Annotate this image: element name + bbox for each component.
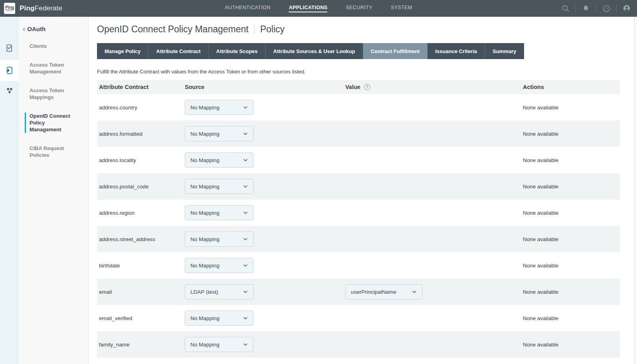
nav-item-authentication[interactable]: AUTHENTICATION xyxy=(225,5,270,12)
tab-manage-policy[interactable]: Manage Policy xyxy=(97,43,148,59)
help-icon[interactable]: ? xyxy=(601,4,611,13)
actions-text: None available xyxy=(521,342,620,348)
top-nav: Ping Identity PingFederate AUTHENTICATIO… xyxy=(0,0,637,17)
source-cell: No Mapping xyxy=(183,337,343,352)
chevron-down-icon xyxy=(243,157,248,163)
col-header-attribute-contract: Attribute Contract xyxy=(97,84,183,90)
value-select[interactable]: userPrincipalName xyxy=(345,284,422,299)
chevron-down-icon xyxy=(243,289,248,295)
page-description: Fulfill the Attribute Contract with valu… xyxy=(97,69,620,75)
user-icon[interactable] xyxy=(622,4,631,13)
table-body: address.countryNo MappingNone availablea… xyxy=(97,94,620,358)
source-select-label: No Mapping xyxy=(190,210,220,216)
chevron-down-icon xyxy=(243,315,248,321)
col-header-value: Value ? xyxy=(343,84,521,90)
source-select-label: No Mapping xyxy=(190,105,220,111)
search-icon[interactable] xyxy=(561,4,570,13)
bell-icon[interactable] xyxy=(581,4,591,13)
source-cell: No Mapping xyxy=(183,258,343,273)
source-cell: No Mapping xyxy=(183,205,343,220)
actions-text: None available xyxy=(521,210,620,216)
brand: Ping Identity PingFederate xyxy=(0,3,62,14)
source-select-label: No Mapping xyxy=(190,184,220,190)
attribute-name: email xyxy=(97,289,183,295)
actions-text: None available xyxy=(521,289,620,295)
tab-issuance-criteria[interactable]: Issuance Criteria xyxy=(427,43,485,59)
source-select-label: LDAP (test) xyxy=(190,289,218,295)
source-select[interactable]: No Mapping xyxy=(185,337,253,352)
table-header-row: Attribute Contract Source Value ? Action… xyxy=(97,80,620,94)
attribute-name: email_verified xyxy=(97,315,183,321)
ping-logo-text: Ping xyxy=(5,5,14,10)
source-cell: No Mapping xyxy=(183,152,343,168)
source-cell: No Mapping xyxy=(183,126,343,141)
source-select[interactable]: No Mapping xyxy=(185,231,253,247)
nav-item-system[interactable]: SYSTEM xyxy=(391,5,412,12)
tab-summary[interactable]: Summary xyxy=(485,43,524,59)
chevron-down-icon xyxy=(243,210,248,216)
sidebar-item-access-token-management[interactable]: Access Token Management xyxy=(25,61,77,75)
actions-text: None available xyxy=(521,105,620,111)
table-row: email_verifiedNo MappingNone available xyxy=(97,305,620,331)
attribute-name: address.locality xyxy=(97,157,183,163)
chevron-left-icon: ‹ xyxy=(23,26,25,32)
source-select[interactable]: No Mapping xyxy=(185,258,253,273)
svg-text:?: ? xyxy=(605,6,607,11)
product-name-light: Federate xyxy=(35,4,63,12)
title-divider xyxy=(254,24,255,34)
value-cell: userPrincipalName xyxy=(343,284,521,299)
attribute-name: birthdate xyxy=(97,263,183,269)
actions-text: None available xyxy=(521,184,620,190)
table-row: family_nameNo MappingNone available xyxy=(97,331,620,358)
table-row: address.regionNo MappingNone available xyxy=(97,200,620,226)
value-help-icon[interactable]: ? xyxy=(364,84,370,90)
source-select-label: No Mapping xyxy=(190,342,220,348)
scrollbar[interactable] xyxy=(634,17,637,364)
col-header-actions: Actions xyxy=(521,84,620,90)
source-select[interactable]: LDAP (test) xyxy=(185,284,253,299)
tab-bar: Manage PolicyAttribute ContractAttribute… xyxy=(97,43,524,59)
chevron-down-icon xyxy=(243,263,248,268)
table-row: birthdateNo MappingNone available xyxy=(97,252,620,279)
nav-item-security[interactable]: SECURITY xyxy=(346,5,372,12)
tab-attribute-scopes[interactable]: Attribute Scopes xyxy=(209,43,266,59)
oauth-token-icon[interactable] xyxy=(5,65,14,75)
icon-separator xyxy=(576,5,576,12)
source-cell: No Mapping xyxy=(183,179,343,194)
source-select[interactable]: No Mapping xyxy=(185,179,253,194)
tab-attribute-contract[interactable]: Attribute Contract xyxy=(148,43,208,59)
icon-rail xyxy=(0,17,19,364)
table-row: address.postal_codeNo MappingNone availa… xyxy=(97,173,620,200)
source-select[interactable]: No Mapping xyxy=(185,152,253,168)
product-name-bold: Ping xyxy=(20,4,35,12)
source-select-label: No Mapping xyxy=(190,315,220,321)
sidebar-item-clients[interactable]: Clients xyxy=(25,43,77,49)
source-cell: LDAP (test) xyxy=(183,284,343,299)
source-select-label: No Mapping xyxy=(190,263,220,269)
attribute-name: family_name xyxy=(97,342,183,348)
attribute-name: address.street_address xyxy=(97,236,183,242)
sidebar-back-oauth[interactable]: ‹ OAuth xyxy=(19,26,88,32)
actions-text: None available xyxy=(521,263,620,269)
table-row: address.street_addressNo MappingNone ava… xyxy=(97,226,620,252)
table-row: address.localityNo MappingNone available xyxy=(97,147,620,173)
actions-text: None available xyxy=(521,157,620,163)
sidebar-item-openid-connect-policy-management[interactable]: OpenID Connect Policy Management xyxy=(25,113,77,133)
table-row: emailLDAP (test)userPrincipalNameNone av… xyxy=(97,279,620,305)
chevron-down-icon xyxy=(243,184,248,189)
tab-attribute-sources-user-lookup[interactable]: Attribute Sources & User Lookup xyxy=(266,43,363,59)
page-subtitle-text: Policy xyxy=(260,24,285,35)
source-select[interactable]: No Mapping xyxy=(185,205,253,220)
source-select[interactable]: No Mapping xyxy=(185,100,253,115)
actions-text: None available xyxy=(521,236,620,242)
source-select-label: No Mapping xyxy=(190,157,220,163)
source-select[interactable]: No Mapping xyxy=(185,126,253,141)
sidebar-item-ciba-request-policies[interactable]: CIBA Request Policies xyxy=(25,145,77,158)
nav-item-applications[interactable]: APPLICATIONS xyxy=(289,5,328,12)
shield-icon[interactable] xyxy=(5,86,14,96)
ping-logo-subtext: Identity xyxy=(7,10,13,12)
sidebar-item-access-token-mappings[interactable]: Access Token Mappings xyxy=(25,87,77,101)
clients-check-icon[interactable] xyxy=(5,43,14,53)
tab-contract-fulfillment[interactable]: Contract Fulfillment xyxy=(363,43,428,59)
source-select[interactable]: No Mapping xyxy=(185,311,253,326)
